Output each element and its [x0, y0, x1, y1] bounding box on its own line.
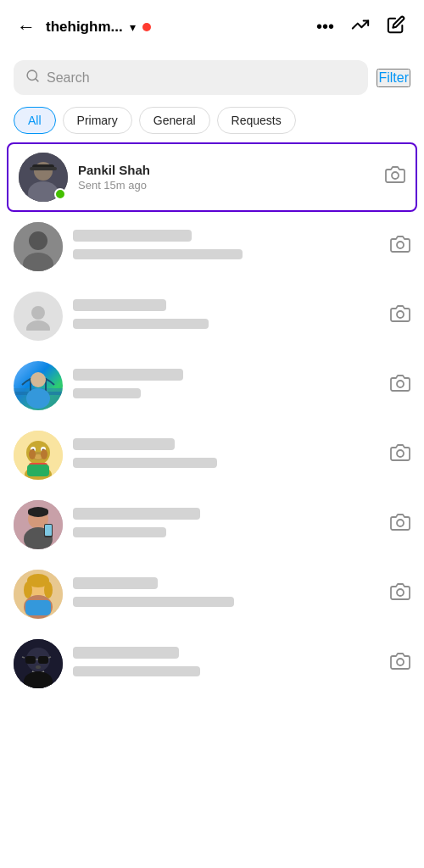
svg-point-48: [24, 581, 32, 598]
svg-line-59: [48, 657, 51, 658]
conversation-item-6[interactable]: [0, 490, 424, 559]
conversation-item-pankil[interactable]: Pankil Shah Sent 15m ago: [7, 142, 417, 212]
avatar-wrapper: [14, 570, 63, 619]
camera-icon[interactable]: [390, 442, 410, 468]
search-container: Filter: [0, 53, 424, 102]
avatar: [14, 500, 63, 549]
svg-point-32: [41, 449, 47, 459]
camera-icon[interactable]: [390, 373, 410, 398]
svg-rect-6: [30, 167, 57, 170]
header-title: thehighm...: [46, 19, 123, 36]
message-preview: Sent 15m ago: [78, 179, 375, 192]
camera-icon[interactable]: [385, 164, 405, 190]
tab-primary[interactable]: Primary: [63, 107, 132, 134]
avatar-wrapper: [14, 361, 63, 410]
svg-rect-56: [38, 656, 48, 664]
chevron-down-icon[interactable]: ▾: [130, 20, 136, 34]
conversation-info: [73, 508, 380, 542]
avatar-wrapper: [14, 500, 63, 549]
conversation-item-8[interactable]: [0, 629, 424, 698]
conversation-info: [73, 369, 380, 403]
svg-point-62: [397, 659, 404, 665]
avatar-wrapper: [14, 292, 63, 341]
avatar: [14, 639, 63, 688]
avatar-wrapper: [14, 431, 63, 480]
online-indicator: [54, 188, 66, 200]
conversation-info: [73, 647, 380, 682]
tab-requests[interactable]: Requests: [217, 107, 296, 134]
conversation-info: [73, 577, 380, 612]
conversation-item-7[interactable]: [0, 559, 424, 629]
conversation-item-4[interactable]: [0, 351, 424, 420]
avatar: [14, 431, 63, 480]
avatar-wrapper: [14, 639, 63, 688]
svg-point-49: [44, 581, 53, 598]
conversation-item-5[interactable]: [0, 420, 424, 490]
svg-point-13: [26, 320, 50, 331]
svg-point-36: [397, 450, 404, 457]
header: ← thehighm... ▾ •••: [0, 0, 424, 53]
conversations-list: Pankil Shah Sent 15m ago: [0, 142, 424, 698]
svg-point-14: [397, 311, 404, 318]
svg-point-22: [397, 381, 404, 387]
camera-icon[interactable]: [390, 581, 410, 607]
conversation-item-3[interactable]: [0, 281, 424, 351]
more-options-icon[interactable]: •••: [311, 14, 339, 40]
tab-all[interactable]: All: [14, 107, 56, 134]
svg-rect-43: [45, 525, 52, 536]
avatar: [14, 222, 63, 271]
svg-rect-55: [25, 656, 36, 664]
svg-rect-35: [27, 465, 49, 476]
camera-icon[interactable]: [390, 651, 410, 676]
camera-icon[interactable]: [390, 303, 410, 329]
svg-point-52: [397, 589, 404, 596]
avatar-wrapper: [19, 153, 68, 202]
conversation-info: [73, 438, 380, 473]
trending-icon[interactable]: [346, 12, 375, 42]
svg-rect-40: [28, 509, 48, 515]
svg-point-21: [26, 388, 50, 409]
avatar: [14, 292, 63, 341]
svg-point-44: [397, 520, 404, 526]
svg-point-7: [392, 172, 399, 179]
svg-point-11: [397, 242, 404, 248]
edit-icon[interactable]: [382, 12, 410, 42]
svg-point-9: [29, 231, 47, 250]
conversation-info: [73, 299, 380, 334]
svg-line-58: [22, 657, 25, 658]
search-input[interactable]: [47, 70, 356, 86]
avatar: [14, 361, 63, 410]
svg-rect-51: [25, 600, 51, 615]
svg-point-20: [31, 372, 46, 387]
svg-line-1: [36, 79, 38, 81]
conversation-info: [73, 230, 380, 264]
avatar: [14, 570, 63, 619]
back-button[interactable]: ←: [14, 13, 39, 42]
search-icon: [25, 69, 40, 86]
tab-general[interactable]: General: [139, 107, 210, 134]
conversation-item-2[interactable]: [0, 212, 424, 281]
camera-icon[interactable]: [390, 512, 410, 537]
status-dot: [142, 23, 151, 31]
avatar-wrapper: [14, 222, 63, 271]
tabs-bar: All Primary General Requests: [0, 102, 424, 142]
camera-icon[interactable]: [390, 234, 410, 259]
filter-button[interactable]: Filter: [377, 69, 410, 87]
search-bar[interactable]: [14, 60, 368, 95]
svg-point-60: [36, 665, 41, 669]
svg-point-12: [31, 306, 45, 320]
contact-name: Pankil Shah: [78, 163, 375, 177]
conversation-info: Pankil Shah Sent 15m ago: [78, 163, 375, 192]
svg-point-31: [29, 449, 36, 459]
